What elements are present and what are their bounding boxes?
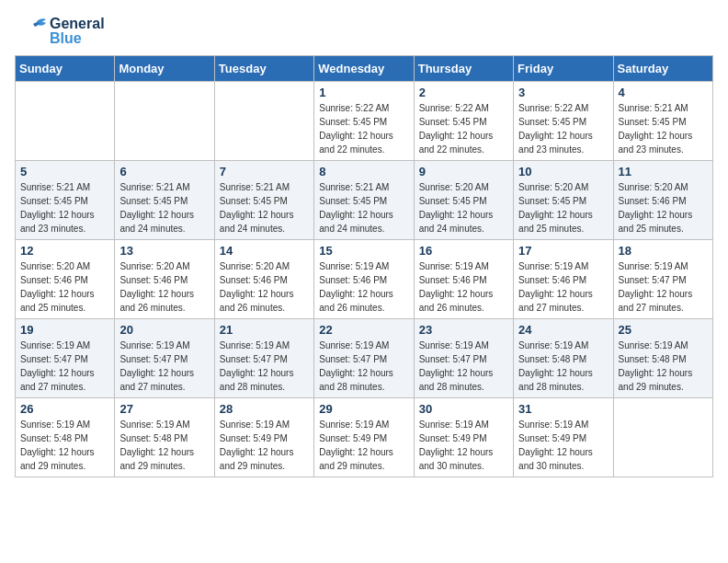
sunset-text: Sunset: 5:48 PM	[518, 354, 586, 364]
sunrise-text: Sunrise: 5:21 AM	[220, 182, 290, 192]
daylight-text: Daylight: 12 hours and 26 minutes.	[220, 289, 294, 313]
day-info: Sunrise: 5:19 AM Sunset: 5:48 PM Dayligh…	[20, 418, 109, 473]
calendar-cell: 21 Sunrise: 5:19 AM Sunset: 5:47 PM Dayl…	[214, 319, 313, 398]
day-info: Sunrise: 5:19 AM Sunset: 5:46 PM Dayligh…	[319, 259, 408, 315]
header-tuesday: Tuesday	[214, 56, 313, 82]
daylight-text: Daylight: 12 hours and 24 minutes.	[419, 210, 494, 234]
calendar-cell	[16, 82, 115, 161]
daylight-text: Daylight: 12 hours and 29 minutes.	[220, 447, 294, 471]
sunset-text: Sunset: 5:47 PM	[20, 354, 88, 364]
sunrise-text: Sunrise: 5:20 AM	[518, 182, 588, 192]
daylight-text: Daylight: 12 hours and 23 minutes.	[518, 131, 593, 155]
daylight-text: Daylight: 12 hours and 22 minutes.	[419, 131, 494, 155]
daylight-text: Daylight: 12 hours and 22 minutes.	[319, 131, 393, 155]
calendar-cell: 9 Sunrise: 5:20 AM Sunset: 5:45 PM Dayli…	[414, 161, 513, 240]
header-friday: Friday	[514, 56, 613, 82]
daylight-text: Daylight: 12 hours and 30 minutes.	[419, 447, 494, 471]
calendar-cell: 8 Sunrise: 5:21 AM Sunset: 5:45 PM Dayli…	[314, 161, 414, 240]
day-info: Sunrise: 5:19 AM Sunset: 5:47 PM Dayligh…	[319, 339, 408, 394]
calendar-cell: 17 Sunrise: 5:19 AM Sunset: 5:46 PM Dayl…	[514, 240, 613, 319]
calendar-cell: 26 Sunrise: 5:19 AM Sunset: 5:48 PM Dayl…	[16, 398, 115, 477]
sunset-text: Sunset: 5:47 PM	[419, 354, 487, 364]
sunset-text: Sunset: 5:49 PM	[319, 433, 387, 443]
sunset-text: Sunset: 5:45 PM	[319, 117, 387, 127]
calendar-table: SundayMondayTuesdayWednesdayThursdayFrid…	[15, 55, 713, 477]
week-row-3: 12 Sunrise: 5:20 AM Sunset: 5:46 PM Dayl…	[16, 240, 713, 319]
sunrise-text: Sunrise: 5:22 AM	[419, 103, 489, 113]
day-info: Sunrise: 5:21 AM Sunset: 5:45 PM Dayligh…	[619, 101, 708, 156]
day-number: 12	[20, 244, 109, 258]
day-info: Sunrise: 5:19 AM Sunset: 5:49 PM Dayligh…	[220, 418, 309, 473]
sunrise-text: Sunrise: 5:22 AM	[518, 103, 588, 113]
day-info: Sunrise: 5:19 AM Sunset: 5:49 PM Dayligh…	[419, 418, 508, 473]
sunset-text: Sunset: 5:46 PM	[518, 275, 586, 285]
day-info: Sunrise: 5:20 AM Sunset: 5:45 PM Dayligh…	[419, 180, 508, 236]
day-number: 4	[619, 86, 708, 99]
daylight-text: Daylight: 12 hours and 24 minutes.	[319, 210, 393, 234]
day-info: Sunrise: 5:20 AM Sunset: 5:46 PM Dayligh…	[619, 180, 708, 236]
header-saturday: Saturday	[613, 56, 712, 82]
day-number: 30	[419, 402, 508, 416]
sunrise-text: Sunrise: 5:19 AM	[319, 261, 389, 271]
daylight-text: Daylight: 12 hours and 26 minutes.	[419, 289, 494, 313]
day-number: 18	[619, 244, 708, 258]
daylight-text: Daylight: 12 hours and 28 minutes.	[518, 368, 593, 392]
calendar-cell	[115, 82, 214, 161]
day-number: 27	[119, 402, 209, 416]
day-info: Sunrise: 5:19 AM Sunset: 5:47 PM Dayligh…	[20, 339, 109, 394]
header-monday: Monday	[115, 56, 214, 82]
day-info: Sunrise: 5:19 AM Sunset: 5:46 PM Dayligh…	[419, 259, 508, 315]
calendar-cell: 1 Sunrise: 5:22 AM Sunset: 5:45 PM Dayli…	[314, 82, 414, 161]
sunset-text: Sunset: 5:47 PM	[619, 275, 687, 285]
sunrise-text: Sunrise: 5:19 AM	[119, 419, 189, 430]
calendar-cell: 24 Sunrise: 5:19 AM Sunset: 5:48 PM Dayl…	[514, 319, 613, 398]
sunrise-text: Sunrise: 5:19 AM	[518, 419, 588, 430]
calendar-cell: 13 Sunrise: 5:20 AM Sunset: 5:46 PM Dayl…	[115, 240, 214, 319]
calendar-cell: 12 Sunrise: 5:20 AM Sunset: 5:46 PM Dayl…	[16, 240, 115, 319]
calendar-cell: 30 Sunrise: 5:19 AM Sunset: 5:49 PM Dayl…	[414, 398, 513, 477]
day-number: 1	[319, 86, 408, 99]
day-info: Sunrise: 5:21 AM Sunset: 5:45 PM Dayligh…	[220, 180, 309, 236]
day-info: Sunrise: 5:22 AM Sunset: 5:45 PM Dayligh…	[419, 101, 508, 156]
sunset-text: Sunset: 5:45 PM	[220, 196, 288, 206]
week-row-1: 1 Sunrise: 5:22 AM Sunset: 5:45 PM Dayli…	[16, 82, 713, 161]
daylight-text: Daylight: 12 hours and 24 minutes.	[119, 210, 194, 234]
logo-text: General Blue	[50, 17, 105, 46]
daylight-text: Daylight: 12 hours and 29 minutes.	[119, 447, 194, 471]
daylight-text: Daylight: 12 hours and 29 minutes.	[319, 447, 393, 471]
calendar-cell: 15 Sunrise: 5:19 AM Sunset: 5:46 PM Dayl…	[314, 240, 414, 319]
sunrise-text: Sunrise: 5:19 AM	[619, 340, 688, 350]
sunrise-text: Sunrise: 5:19 AM	[20, 419, 90, 430]
sunrise-text: Sunrise: 5:19 AM	[119, 340, 189, 350]
calendar-cell: 23 Sunrise: 5:19 AM Sunset: 5:47 PM Dayl…	[414, 319, 513, 398]
daylight-text: Daylight: 12 hours and 25 minutes.	[20, 289, 95, 313]
calendar-cell: 4 Sunrise: 5:21 AM Sunset: 5:45 PM Dayli…	[613, 82, 712, 161]
day-info: Sunrise: 5:21 AM Sunset: 5:45 PM Dayligh…	[119, 180, 209, 236]
day-number: 11	[619, 165, 708, 178]
day-number: 26	[20, 402, 109, 416]
sunrise-text: Sunrise: 5:20 AM	[20, 261, 90, 271]
calendar-cell: 7 Sunrise: 5:21 AM Sunset: 5:45 PM Dayli…	[214, 161, 313, 240]
day-number: 3	[518, 86, 608, 99]
calendar-cell: 10 Sunrise: 5:20 AM Sunset: 5:45 PM Dayl…	[514, 161, 613, 240]
sunrise-text: Sunrise: 5:19 AM	[20, 340, 90, 350]
calendar-header-row: SundayMondayTuesdayWednesdayThursdayFrid…	[16, 56, 713, 82]
logo: General Blue	[15, 15, 105, 48]
sunrise-text: Sunrise: 5:21 AM	[20, 182, 90, 192]
day-number: 9	[419, 165, 508, 178]
calendar-cell	[613, 398, 712, 477]
day-number: 23	[419, 323, 508, 337]
logo-bird-icon	[15, 15, 48, 48]
day-info: Sunrise: 5:19 AM Sunset: 5:47 PM Dayligh…	[119, 339, 209, 394]
calendar-cell: 19 Sunrise: 5:19 AM Sunset: 5:47 PM Dayl…	[16, 319, 115, 398]
day-number: 7	[220, 165, 309, 178]
day-number: 25	[619, 323, 708, 337]
day-number: 2	[419, 86, 508, 99]
sunset-text: Sunset: 5:48 PM	[20, 433, 88, 443]
sunset-text: Sunset: 5:45 PM	[419, 117, 487, 127]
day-number: 15	[319, 244, 408, 258]
daylight-text: Daylight: 12 hours and 27 minutes.	[20, 368, 95, 392]
sunrise-text: Sunrise: 5:19 AM	[319, 340, 389, 350]
day-info: Sunrise: 5:19 AM Sunset: 5:47 PM Dayligh…	[619, 259, 708, 315]
header-wednesday: Wednesday	[314, 56, 414, 82]
